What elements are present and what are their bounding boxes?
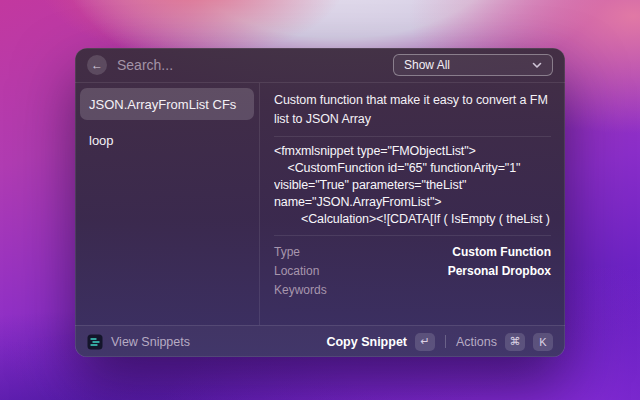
snippets-quick-panel: ← Show All JSON.ArrayFromList CFs loop [75, 48, 565, 357]
command-key-icon: ⌘ [505, 333, 525, 351]
k-key-icon: K [533, 333, 553, 351]
results-list: JSON.ArrayFromList CFs loop [75, 83, 260, 325]
snippet-description: Custom function that make it easy to con… [274, 91, 551, 129]
meta-row-keywords: Keywords [274, 280, 551, 299]
view-snippets-button[interactable]: View Snippets [87, 334, 190, 350]
desktop-wallpaper: ← Show All JSON.ArrayFromList CFs loop [0, 0, 640, 400]
chevron-down-icon [532, 62, 542, 69]
main-area: JSON.ArrayFromList CFs loop Custom funct… [75, 83, 565, 325]
list-item-loop[interactable]: loop [80, 124, 254, 156]
list-item-json-arrayfromlist[interactable]: JSON.ArrayFromList CFs [80, 88, 254, 120]
actions-button[interactable]: Actions ⌘ K [456, 333, 553, 351]
snippet-metadata: Type Custom Function Location Personal D… [274, 242, 551, 299]
meta-row-type: Type Custom Function [274, 242, 551, 261]
snippet-detail-pane: Custom function that make it easy to con… [260, 83, 565, 325]
meta-row-location: Location Personal Dropbox [274, 261, 551, 280]
filter-dropdown[interactable]: Show All [393, 54, 553, 76]
meta-label: Type [274, 245, 300, 259]
filter-selected-label: Show All [404, 58, 450, 72]
code-line: <Calculation><![CDATA[If ( IsEmpty ( the… [274, 211, 551, 228]
snippet-code-preview: <fmxmlsnippet type="FMObjectList"> <Cust… [274, 143, 551, 228]
list-item-label: loop [89, 133, 114, 148]
search-toolbar: ← Show All [75, 48, 565, 83]
back-arrow-icon: ← [91, 58, 103, 72]
view-snippets-label: View Snippets [111, 335, 190, 349]
code-line: <fmxmlsnippet type="FMObjectList"> [274, 143, 551, 160]
meta-label: Location [274, 264, 319, 278]
meta-label: Keywords [274, 283, 327, 297]
code-line: <CustomFunction id="65" functionArity="1… [274, 160, 551, 177]
code-line: name="JSON.ArrayFromList"> [274, 194, 551, 211]
actions-label: Actions [456, 335, 497, 349]
divider [274, 136, 551, 137]
search-input[interactable] [117, 57, 393, 73]
code-line: visible="True" parameters="theList" [274, 177, 551, 194]
list-item-label: JSON.ArrayFromList CFs [89, 97, 236, 112]
return-key-icon: ↵ [415, 333, 435, 351]
divider [274, 235, 551, 236]
copy-snippet-label: Copy Snippet [326, 335, 407, 349]
copy-snippet-button[interactable]: Copy Snippet ↵ [326, 333, 435, 351]
snippets-app-icon [87, 334, 103, 350]
meta-value: Personal Dropbox [448, 264, 551, 278]
meta-value: Custom Function [452, 245, 551, 259]
footer-divider [445, 335, 446, 348]
back-button[interactable]: ← [87, 55, 107, 75]
footer-bar: View Snippets Copy Snippet ↵ Actions ⌘ K [75, 325, 565, 357]
